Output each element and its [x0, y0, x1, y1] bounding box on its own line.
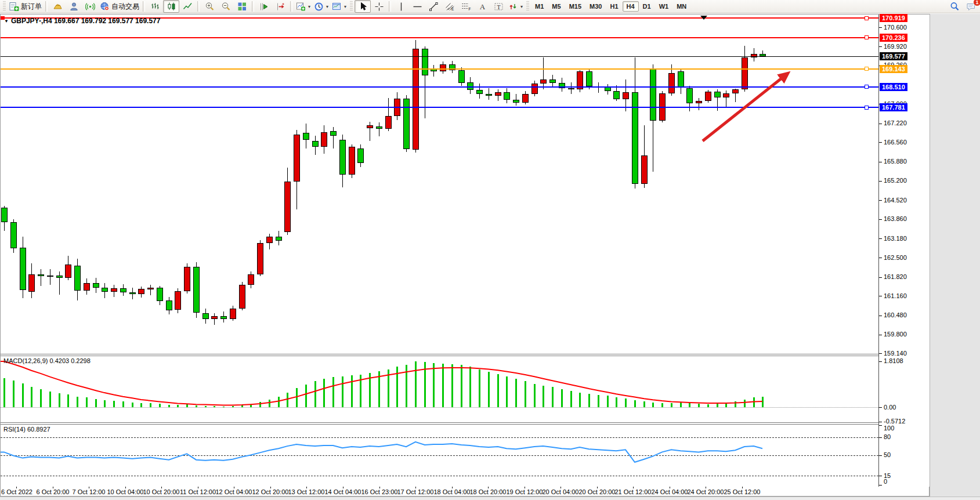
zoom-out-button[interactable] — [218, 0, 234, 13]
crosshair-button[interactable] — [371, 0, 387, 13]
new-order-button[interactable]: 新订单 — [8, 0, 44, 13]
search-button[interactable] — [946, 0, 963, 13]
templates-icon — [332, 2, 342, 12]
trendline-button[interactable] — [425, 0, 442, 13]
line-handle[interactable] — [865, 67, 869, 71]
cursor-button[interactable] — [355, 0, 371, 13]
rsi-axis-tick — [879, 485, 882, 485]
time-tick-label: 13 Oct 12:00 — [288, 488, 325, 495]
price-tick-label: 160.480 — [884, 311, 907, 318]
equidistant-channel-button[interactable]: E — [442, 0, 458, 13]
notifications-button[interactable]: 1 — [963, 0, 979, 13]
candle-wick — [543, 57, 544, 89]
rsi-pane[interactable]: RSI(14) 60.8927 — [1, 425, 878, 487]
candle-wick — [370, 122, 370, 141]
toolbar-separator — [45, 1, 48, 12]
candlestick — [257, 243, 263, 274]
trendline-icon — [429, 2, 439, 12]
candlestick — [157, 288, 163, 301]
horizontal-level-line[interactable] — [1, 107, 878, 108]
candlestick — [111, 288, 117, 292]
price-axis[interactable]: 170.600169.920169.260167.900167.220166.5… — [878, 15, 930, 487]
candlestick — [276, 237, 282, 241]
chart-shift-button[interactable] — [272, 0, 288, 13]
candlestick — [422, 49, 428, 75]
text-button[interactable]: A — [474, 0, 490, 13]
candlestick — [522, 94, 529, 103]
horizontal-level-line[interactable] — [1, 68, 878, 70]
candlestick — [531, 84, 538, 94]
candlestick — [93, 283, 99, 288]
price-tick-label: 165.880 — [884, 158, 907, 165]
svg-text:F: F — [468, 7, 471, 11]
indicators-button[interactable]: ▾ — [294, 0, 312, 13]
market-gold-button[interactable] — [49, 0, 66, 13]
timeframe-m15[interactable]: M15 — [565, 1, 585, 12]
auto-trading-button-label: 自动交易 — [111, 2, 139, 12]
time-tick-label: 16 Oct 23:00 — [361, 488, 398, 495]
zoom-in-button[interactable] — [201, 0, 218, 13]
line-handle[interactable] — [865, 85, 869, 89]
toolbar-grip — [3, 1, 6, 12]
candlestick — [56, 276, 63, 278]
macd-label: MACD(12,26,9) 0.4203 0.2298 — [3, 357, 91, 364]
timeframe-m1[interactable]: M1 — [531, 1, 548, 12]
candlestick — [166, 300, 172, 310]
toolbar-separator — [389, 1, 391, 12]
candlestick — [440, 64, 446, 71]
line-handle[interactable] — [865, 16, 869, 20]
candlestick — [230, 309, 236, 319]
fibonacci-button[interactable]: F — [458, 0, 474, 13]
timeframe-d1[interactable]: D1 — [639, 1, 655, 12]
candlestick — [349, 147, 355, 175]
main-chart-pane[interactable]: ▼ GBPJPY-,H4 169.667 169.792 169.577 169… — [1, 16, 878, 353]
arrows-button[interactable]: ▾ — [507, 0, 525, 13]
price-tick-mark — [879, 124, 882, 124]
price-tick-mark — [879, 200, 882, 201]
crosshair-icon — [374, 2, 384, 12]
time-axis[interactable]: 6 Oct 20226 Oct 20:007 Oct 12:0010 Oct 0… — [1, 487, 878, 496]
auto-scroll-button[interactable] — [256, 0, 272, 13]
line-handle[interactable] — [865, 35, 869, 39]
trader-community-button[interactable] — [66, 0, 82, 13]
signals-button[interactable] — [82, 0, 98, 13]
horizontal-line-button[interactable] — [409, 0, 425, 13]
chart-title-text: GBPJPY-,H4 169.667 169.792 169.577 169.5… — [11, 17, 161, 25]
price-tick-label: 159.800 — [884, 331, 907, 338]
rsi-axis-label: 0 — [884, 478, 887, 485]
line-chart-icon — [183, 2, 193, 12]
timeframe-m5[interactable]: M5 — [548, 1, 565, 12]
candlestick — [641, 155, 648, 184]
timeframe-w1[interactable]: W1 — [655, 1, 673, 12]
candlestick-button[interactable] — [163, 0, 179, 13]
time-tick-label: 18 Oct 20:00 — [470, 488, 507, 495]
candlestick — [504, 92, 510, 100]
price-tick-label: 165.200 — [884, 177, 907, 184]
auto-trading-button[interactable]: 自动交易 — [98, 0, 141, 13]
price-tick-mark — [879, 181, 882, 182]
symbol-dropdown-icon[interactable]: ▼ — [4, 19, 9, 24]
templates-button[interactable]: ▾ — [330, 0, 348, 13]
bar-chart-button[interactable] — [147, 0, 163, 13]
tile-windows-button[interactable] — [234, 0, 250, 13]
timeframe-h1[interactable]: H1 — [606, 1, 622, 12]
price-tick-mark — [879, 277, 882, 278]
macd-pane[interactable]: MACD(12,26,9) 0.4203 0.2298 — [1, 356, 878, 422]
line-handle[interactable] — [865, 106, 869, 110]
timeframe-m30[interactable]: M30 — [585, 1, 606, 12]
horizontal-level-line[interactable] — [1, 37, 878, 38]
candlestick — [732, 89, 739, 93]
arrows-icon — [508, 2, 518, 12]
timeframe-h4[interactable]: H4 — [623, 1, 639, 12]
horizontal-level-line[interactable] — [1, 86, 878, 88]
candlestick — [513, 100, 519, 103]
candlestick — [495, 92, 501, 96]
periods-button[interactable]: ▾ — [312, 0, 330, 13]
candlestick — [266, 237, 273, 243]
search-icon — [950, 2, 960, 12]
line-chart-button[interactable] — [179, 0, 196, 13]
time-tick-label: 24 Oct 04:00 — [652, 488, 688, 495]
text-label-button[interactable]: T — [490, 0, 507, 13]
timeframe-mn[interactable]: MN — [672, 1, 690, 12]
vertical-line-button[interactable] — [393, 0, 409, 13]
